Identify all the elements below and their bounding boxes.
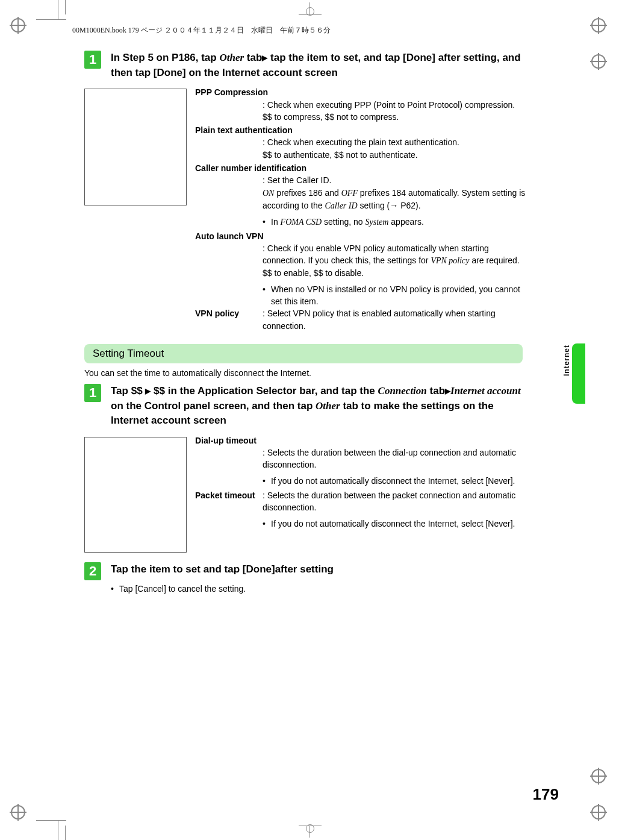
- step-2-1: 1 Tap $$ ▶ $$ in the Application Selecto…: [84, 384, 530, 428]
- defs-block-1: PPP Compression Check when executing PPP…: [84, 85, 530, 332]
- regmark-br: [591, 805, 608, 822]
- txt: $$ in the Application Selector bar, and …: [151, 385, 378, 396]
- txt-foma: FOMA CSD: [281, 218, 322, 227]
- step-1: 1 In Step 5 on P186, tap Other tab▶ tap …: [84, 51, 530, 80]
- content-area: 1 In Step 5 on P186, tap Other tab▶ tap …: [84, 51, 530, 594]
- txt: Selects the duration between the packet …: [263, 489, 530, 514]
- step-number: 2: [84, 562, 101, 580]
- bullet: When no VPN is installed or no VPN polic…: [263, 283, 530, 308]
- regmark-bl: [11, 805, 28, 822]
- cropmark-top: [299, 2, 322, 20]
- txt: In FOMA CSD setting, no System appears.: [271, 216, 530, 228]
- txt-callerid: Caller ID: [325, 201, 358, 210]
- definitions-1: PPP Compression Check when executing PPP…: [195, 85, 530, 332]
- txt: appears.: [388, 217, 423, 227]
- txt: are required.: [470, 255, 520, 265]
- bullet: In FOMA CSD setting, no System appears.: [263, 216, 530, 228]
- bullet-icon: [111, 584, 119, 594]
- def-vpnpolicy: VPN policy Select VPN policy that is ena…: [195, 307, 530, 332]
- cropline: [65, 0, 66, 14]
- txt: Tap [Cancel] to cancel the setting.: [119, 584, 246, 594]
- txt: Tap $$: [111, 385, 145, 396]
- screenshot-placeholder: [84, 437, 187, 553]
- triangle-icon: ▶: [445, 387, 450, 395]
- def-ppp-body: Check when executing PPP (Point to Point…: [263, 99, 530, 124]
- txt: In Step 5 on P186, tap: [111, 52, 219, 63]
- txt-connection: Connection: [378, 385, 427, 396]
- bullet-icon: [263, 216, 271, 228]
- step-number-1: 1: [84, 51, 101, 69]
- bullet: If you do not automatically disconnect t…: [263, 518, 530, 530]
- regmark-tr: [591, 18, 608, 35]
- book-header: 00M1000EN.book 179 ページ ２００４年１１月２４日 水曜日 午…: [72, 25, 331, 36]
- txt: tab: [427, 385, 445, 396]
- txt: P62).: [398, 201, 420, 210]
- triangle-icon: ▶: [145, 387, 151, 395]
- txt-internet-account: Internet account: [450, 385, 521, 396]
- txt-other: Other: [316, 400, 340, 412]
- cropmark-bottom: [299, 820, 322, 838]
- cropline: [36, 820, 66, 821]
- def-dialup-label: Dial-up timeout: [195, 434, 530, 447]
- txt: setting (: [358, 201, 390, 210]
- page: 00M1000EN.book 179 ページ ２００４年１１月２４日 水曜日 午…: [0, 0, 619, 840]
- definitions-2: Dial-up timeout Selects the duration bet…: [195, 433, 530, 553]
- step-2-2-bullet: Tap [Cancel] to cancel the setting.: [111, 584, 530, 594]
- arrow-icon: [390, 201, 398, 210]
- def-autovpn-body: Check if you enable VPN policy automatic…: [263, 242, 530, 307]
- step-2-2: 2 Tap the item to set and tap [Done]afte…: [84, 562, 530, 580]
- section-intro: You can set the time to automatically di…: [84, 368, 530, 378]
- regmark-tr2: [591, 54, 608, 71]
- bullet-icon: [263, 475, 271, 487]
- txt: tab: [244, 52, 262, 63]
- step-2-1-text: Tap $$ ▶ $$ in the Application Selector …: [111, 384, 530, 428]
- page-number: 179: [533, 785, 559, 804]
- def-ppp-label: PPP Compression: [195, 86, 530, 98]
- txt: Selects the duration between the dial-up…: [263, 447, 530, 471]
- txt: ON prefixes 186 and OFF prefixes 184 aut…: [263, 187, 530, 213]
- regmark-tl: [11, 18, 28, 35]
- def-vpnpolicy-body: Select VPN policy that is enabled automa…: [263, 307, 530, 332]
- side-tab: [572, 343, 585, 404]
- txt: Check if you enable VPN policy automatic…: [263, 242, 530, 268]
- side-tab-label: Internet: [562, 345, 571, 376]
- cropline: [58, 821, 58, 840]
- cropline: [36, 19, 66, 20]
- bullet: If you do not automatically disconnect t…: [263, 475, 530, 487]
- def-vpnpolicy-label: VPN policy: [195, 307, 263, 332]
- step-1-text: In Step 5 on P186, tap Other tab▶ tap th…: [111, 51, 530, 80]
- txt-off: OFF: [341, 189, 358, 198]
- txt: If you do not automatically disconnect t…: [271, 518, 530, 530]
- txt: Check when executing the plain text auth…: [263, 136, 530, 148]
- cropline: [65, 826, 66, 840]
- cropline: [58, 0, 58, 19]
- def-plain-label: Plain text authentication: [195, 124, 530, 136]
- screenshot-placeholder: [84, 89, 187, 205]
- txt-vpnp: VPN policy: [431, 256, 469, 265]
- def-caller-label: Caller number identification: [195, 162, 530, 174]
- txt: $$ to enable, $$ to disable.: [263, 267, 530, 279]
- txt: In: [271, 217, 281, 227]
- txt: If you do not automatically disconnect t…: [271, 475, 530, 487]
- txt-system: System: [365, 218, 389, 227]
- txt: $$ to compress, $$ not to compress.: [263, 111, 530, 123]
- def-dialup-body: Selects the duration between the dial-up…: [263, 447, 530, 487]
- txt: on the Control panel screen, and then ta…: [111, 400, 316, 412]
- txt: When no VPN is installed or no VPN polic…: [271, 283, 530, 308]
- triangle-icon: ▶: [262, 54, 267, 62]
- def-autovpn-label: Auto launch VPN: [195, 230, 530, 242]
- def-packet-body: Selects the duration between the packet …: [263, 489, 530, 530]
- section-title-timeout: Setting Timeout: [84, 344, 523, 363]
- txt: Set the Caller ID.: [263, 174, 530, 186]
- regmark-br2: [591, 769, 608, 786]
- txt: Check when executing PPP (Point to Point…: [263, 99, 530, 111]
- bullet-icon: [263, 518, 271, 530]
- def-packet: Packet timeout Selects the duration betw…: [195, 489, 530, 530]
- bullet-icon: [263, 283, 271, 308]
- step-number: 1: [84, 384, 101, 402]
- def-caller-body: Set the Caller ID. ON prefixes 186 and O…: [263, 174, 530, 228]
- def-packet-label: Packet timeout: [195, 489, 263, 530]
- def-plain-body: Check when executing the plain text auth…: [263, 136, 530, 161]
- txt-other: Other: [219, 52, 244, 63]
- txt: prefixes 186 and: [274, 188, 341, 198]
